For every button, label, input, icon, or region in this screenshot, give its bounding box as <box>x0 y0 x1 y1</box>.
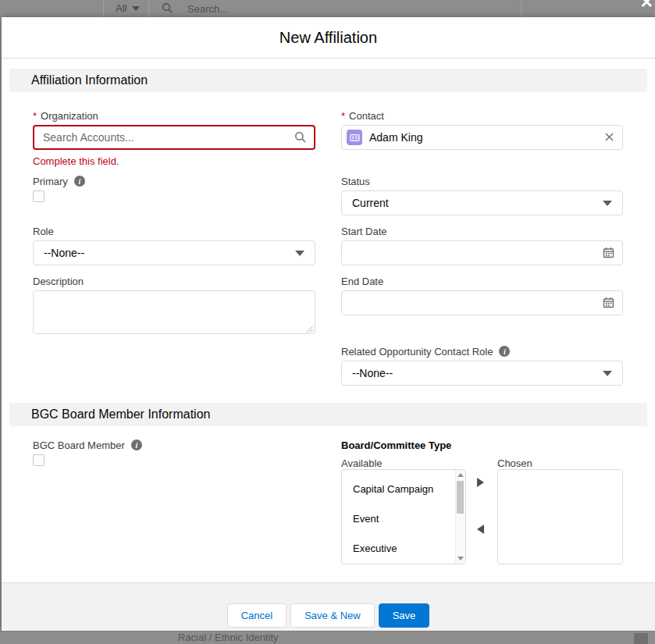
related-opportunity-contact-role-label: Related Opportunity Contact Role i <box>341 345 623 358</box>
search-icon <box>162 2 173 17</box>
organization-label: * Organization <box>33 109 315 122</box>
end-date-field: End Date <box>341 275 623 315</box>
section-title: BGC Board Member Information <box>31 407 210 422</box>
global-search-bar: All Search... ✕ <box>0 0 655 17</box>
list-item[interactable]: Event <box>342 513 465 543</box>
list-item[interactable]: Capital Campaign <box>342 483 465 513</box>
description-label: Description <box>33 275 315 287</box>
list-item[interactable]: Executive <box>342 543 465 564</box>
available-label: Available <box>341 457 466 469</box>
new-affiliation-modal: New Affiliation Affiliation Information … <box>2 17 655 631</box>
chosen-listbox[interactable] <box>497 469 623 564</box>
chosen-label: Chosen <box>497 457 623 469</box>
calendar-icon[interactable] <box>603 247 614 258</box>
chevron-down-icon <box>603 371 612 376</box>
bgc-board-member-label: BGC Board Member i <box>33 439 315 451</box>
start-date-input[interactable] <box>341 240 623 265</box>
save-button[interactable]: Save <box>379 603 430 628</box>
scroll-up-icon[interactable] <box>457 473 464 477</box>
modal-body: Affiliation Information * Organization C… <box>2 59 655 582</box>
close-icon[interactable]: ✕ <box>639 0 653 12</box>
role-combobox[interactable]: --None-- <box>33 240 315 265</box>
resize-handle[interactable] <box>306 326 313 333</box>
modal-header: New Affiliation <box>2 17 655 59</box>
end-date-label: End Date <box>341 275 623 287</box>
search-icon <box>294 131 307 144</box>
description-field: Description <box>33 275 315 337</box>
page-title: New Affiliation <box>279 29 377 47</box>
cancel-button[interactable]: Cancel <box>227 603 287 628</box>
board-committee-type-field: Board/Committee Type Available Capital C… <box>341 439 623 564</box>
bgc-board-member-checkbox[interactable] <box>33 454 44 466</box>
move-to-chosen-icon[interactable] <box>477 478 484 487</box>
contact-selected-value: Adam King <box>369 131 422 144</box>
move-arrows-column <box>466 457 497 564</box>
chevron-down-icon <box>295 251 304 256</box>
scroll-down-icon[interactable] <box>457 557 464 560</box>
section-header-bgc-board-member-information: BGC Board Member Information <box>9 403 647 426</box>
status-field: Status Current <box>341 175 623 215</box>
info-icon[interactable]: i <box>74 176 85 187</box>
chevron-down-icon <box>603 201 612 206</box>
available-column: Available Capital Campaign Event Executi… <box>341 457 466 564</box>
bgc-board-member-field: BGC Board Member i <box>33 439 315 466</box>
divider <box>103 0 104 17</box>
status-combobox[interactable]: Current <box>341 190 623 215</box>
global-search-input[interactable]: Search... <box>187 3 228 15</box>
move-to-available-icon[interactable] <box>477 525 484 534</box>
calendar-icon[interactable] <box>603 297 614 308</box>
primary-field: Primary i <box>33 175 315 202</box>
contact-field: * Contact Adam King <box>341 109 623 150</box>
listbox-scrollbar[interactable] <box>455 470 465 564</box>
remove-contact-icon[interactable] <box>604 132 614 142</box>
divider <box>148 0 149 17</box>
required-asterisk: * <box>341 110 345 122</box>
bgc-form-grid: BGC Board Member i Board/Committee Type … <box>2 439 655 564</box>
page-scrollbar <box>634 633 648 644</box>
organization-error-message: Complete this field. <box>33 155 315 167</box>
start-date-field: Start Date <box>341 225 623 265</box>
affiliation-form-grid: * Organization Complete this field. * Co… <box>2 109 655 386</box>
role-selected-value: --None-- <box>44 247 84 259</box>
page-backdrop-strip: Racial / Ethnic Identity <box>0 631 655 644</box>
organization-lookup-input[interactable] <box>33 125 315 150</box>
save-and-new-button[interactable]: Save & New <box>290 603 375 628</box>
section-title: Affiliation Information <box>31 73 148 87</box>
contact-label: * Contact <box>341 109 623 122</box>
section-header-affiliation-information: Affiliation Information <box>9 69 647 92</box>
related-opportunity-contact-role-selected-value: --None-- <box>352 367 393 379</box>
contact-record-icon <box>347 130 362 145</box>
required-asterisk: * <box>33 110 37 122</box>
available-listbox[interactable]: Capital Campaign Event Executive <box>341 469 466 564</box>
info-icon[interactable]: i <box>131 439 142 450</box>
organization-field: * Organization Complete this field. <box>33 109 315 167</box>
role-field: Role --None-- <box>33 225 315 265</box>
board-committee-type-label: Board/Committee Type <box>341 439 623 451</box>
description-textarea[interactable] <box>33 290 315 334</box>
dual-listbox: Available Capital Campaign Event Executi… <box>341 457 623 564</box>
primary-label: Primary i <box>33 175 315 187</box>
status-label: Status <box>341 175 623 187</box>
role-label: Role <box>33 225 315 237</box>
divider <box>521 0 522 17</box>
search-scope-dropdown[interactable]: All <box>116 2 140 14</box>
start-date-label: Start Date <box>341 225 623 237</box>
contact-lookup-pill: Adam King <box>341 125 623 150</box>
related-opportunity-contact-role-field: Related Opportunity Contact Role i --Non… <box>341 345 623 386</box>
scrollbar-thumb[interactable] <box>457 481 464 514</box>
info-icon[interactable]: i <box>499 346 510 357</box>
end-date-input[interactable] <box>341 290 623 315</box>
primary-checkbox[interactable] <box>33 190 44 202</box>
chosen-column: Chosen <box>497 457 623 564</box>
search-scope-label: All <box>116 2 126 14</box>
status-selected-value: Current <box>352 197 389 209</box>
related-opportunity-contact-role-combobox[interactable]: --None-- <box>341 361 623 386</box>
obscured-page-text: Racial / Ethnic Identity <box>178 632 279 643</box>
chevron-down-icon <box>132 6 140 11</box>
modal-footer: Cancel Save & New Save <box>2 582 655 631</box>
